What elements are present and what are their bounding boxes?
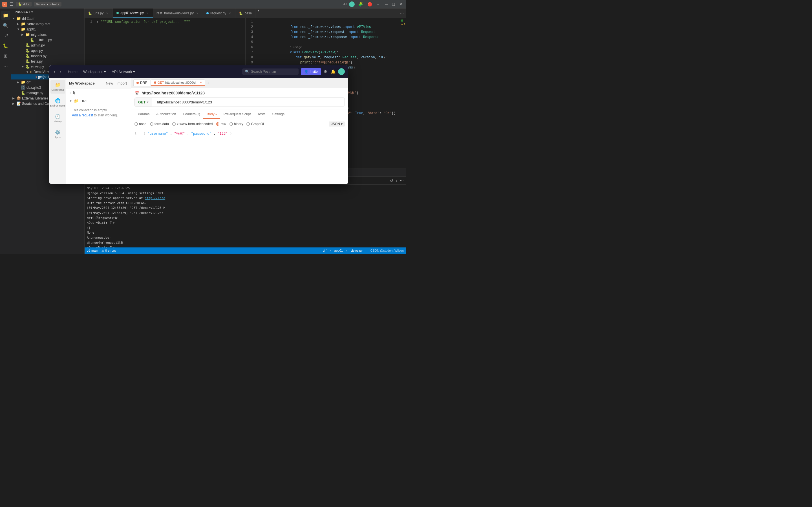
pm-params-tab[interactable]: Params xyxy=(134,110,153,119)
sidebar-dots-icon[interactable]: ⋯ xyxy=(1,61,10,70)
plugins-icon[interactable]: 🧩 xyxy=(357,1,364,7)
notification-icon[interactable]: 🔴 xyxy=(366,1,373,7)
pm-body-none[interactable]: none xyxy=(134,122,147,126)
tab-settings-icon[interactable]: ⋯ xyxy=(400,11,404,15)
pm-collections-nav-item[interactable]: 📁 Collections xyxy=(50,80,65,94)
postman-window: ‹ › Home Workspaces ▾ API Network ▾ 🔍 Se… xyxy=(49,65,348,184)
pm-body-binary-radio[interactable] xyxy=(229,122,233,126)
tab-base[interactable]: 🐍 base xyxy=(235,8,256,18)
rerun-icon[interactable]: ↺ xyxy=(390,178,393,183)
pm-nav-right-icons: 👤 Invite ⚙ 🔔 xyxy=(301,68,345,75)
tree-item-migrations[interactable]: ▶ 📁 migrations xyxy=(11,32,84,37)
sidebar-debug-icon[interactable]: 🐛 xyxy=(1,41,10,50)
pm-body-graphql[interactable]: GraphQL xyxy=(247,122,265,126)
pm-api-network-link[interactable]: API Network ▾ xyxy=(109,68,137,75)
file-tree-header: Project ▾ xyxy=(11,8,84,15)
pm-settings-tab[interactable]: Settings xyxy=(269,110,288,119)
pm-body-binary[interactable]: binary xyxy=(229,122,243,126)
status-watermark: CSDN @student-Wilson xyxy=(371,249,404,252)
tab-views-py[interactable]: app01\views.py ✕ xyxy=(113,8,153,18)
pm-method-dropdown[interactable]: GET ▾ xyxy=(135,98,152,107)
more-run-options-icon[interactable]: ⋯ xyxy=(400,178,404,183)
project-selector[interactable]: 🐍 drf ▾ xyxy=(16,2,32,6)
tab-group-left: 🐍 urls.py ✕ xyxy=(85,8,113,18)
pm-body-code-area[interactable]: 1 { "username" : "张三" , "password" : "12… xyxy=(131,129,348,184)
pm-drf-collection[interactable]: ▼ 📁 DRF xyxy=(66,97,131,105)
pm-headers-tab[interactable]: Headers (8) xyxy=(179,110,203,119)
tree-item-apps[interactable]: ▶ 🐍 apps.py xyxy=(11,48,84,53)
pm-drf-tab[interactable]: DRF xyxy=(133,79,150,86)
pm-environments-nav-item[interactable]: 🌐 Environments xyxy=(50,96,65,109)
close-icon[interactable]: ✕ xyxy=(398,1,404,7)
pm-search-bar[interactable]: 🔍 Search Postman xyxy=(242,68,299,75)
sidebar-extensions-icon[interactable]: ⊞ xyxy=(1,51,10,60)
pm-workspaces-link[interactable]: Workspaces ▾ xyxy=(81,68,108,75)
pm-back-btn[interactable]: ‹ xyxy=(53,69,56,74)
pm-new-collection-btn[interactable]: New xyxy=(105,80,114,86)
pm-url-calendar-icon: 📅 xyxy=(134,91,139,95)
pm-body-tab[interactable]: Body ● xyxy=(203,110,220,119)
pm-add-collection-btn[interactable]: + xyxy=(69,91,71,95)
svg-text:P: P xyxy=(4,3,5,6)
pm-settings-icon[interactable]: ⚙ xyxy=(323,68,328,75)
tree-item-drf[interactable]: ▼ 📁 drf E:\drf xyxy=(11,16,84,21)
pm-add-request-link[interactable]: Add a request xyxy=(72,113,93,117)
pm-environments-label: Environments xyxy=(50,104,65,107)
user-avatar[interactable] xyxy=(349,1,355,7)
pm-tests-tab[interactable]: Tests xyxy=(254,110,269,119)
pm-url-bar: 📅 http://localhost:8000/demo/v1/123 GET … xyxy=(131,88,348,110)
tab-rf-views[interactable]: rest_framework\views.py ✕ xyxy=(153,8,203,18)
pm-response-tabs: Params Authorization Headers (8) Body ● … xyxy=(131,110,348,119)
status-bar: ⎇ main ⚠ 0 errors drf › app01 › views.py… xyxy=(85,247,406,253)
maximize-icon[interactable]: □ xyxy=(391,1,396,7)
tree-item-init[interactable]: ▶ 🐍 __init__.py xyxy=(11,37,84,43)
pm-body-urlencoded-radio[interactable] xyxy=(172,122,176,126)
pm-more-collection-btn[interactable]: ⋯ xyxy=(124,91,128,95)
pm-import-btn[interactable]: Import xyxy=(115,80,128,86)
sidebar-git-icon[interactable]: ⎇ xyxy=(1,31,10,40)
tree-item-tests[interactable]: ▶ 🐍 tests.py xyxy=(11,59,84,64)
pm-user-avatar[interactable] xyxy=(338,68,345,75)
pm-bell-icon[interactable]: 🔔 xyxy=(330,68,336,75)
pm-body-formdata-radio[interactable] xyxy=(150,122,153,126)
pm-add-tab-btn[interactable]: + xyxy=(206,80,211,86)
scroll-to-end-icon[interactable]: ↓ xyxy=(395,178,397,183)
pm-body-raw-radio[interactable] xyxy=(216,122,219,126)
pm-body-none-radio[interactable] xyxy=(134,122,138,126)
pm-body-urlencoded[interactable]: x-www-form-urlencoded xyxy=(172,122,213,126)
pm-workspace-label: My Workspace xyxy=(69,81,102,86)
minimize-icon[interactable]: ─ xyxy=(384,1,389,7)
pm-home-link[interactable]: Home xyxy=(65,68,80,75)
status-branch: ⎇ main xyxy=(87,249,98,252)
tree-item-app01[interactable]: ▼ 📁 app01 xyxy=(11,26,84,32)
status-separator2: › xyxy=(346,249,347,252)
pm-apps-nav-item[interactable]: ⚙️ Apps xyxy=(50,127,65,141)
tab-request-py[interactable]: request.py ✕ xyxy=(203,8,235,18)
tree-item-models[interactable]: ▶ 🐍 models.py xyxy=(11,53,84,59)
tab-more-icon[interactable]: ▾ xyxy=(256,8,262,18)
pm-forward-btn[interactable]: › xyxy=(59,69,62,74)
pm-auth-tab[interactable]: Authorization xyxy=(153,110,179,119)
pm-body-graphql-radio[interactable] xyxy=(247,122,250,126)
sidebar-search-icon[interactable]: 🔍 xyxy=(1,21,10,30)
pm-sort-btn[interactable]: ⇅ xyxy=(72,91,75,95)
pm-drf-icon: 📁 xyxy=(74,99,79,103)
pm-invite-btn[interactable]: 👤 Invite xyxy=(301,68,321,75)
hamburger-menu[interactable]: ☰ xyxy=(10,1,13,7)
pm-search-placeholder: Search Postman xyxy=(251,70,276,73)
pm-empty-text: This collection is empty xyxy=(72,108,125,112)
more-options-icon[interactable]: ⋯ xyxy=(376,1,382,7)
pm-code-line-1: 1 { "username" : "张三" , "password" : "12… xyxy=(134,131,345,136)
tree-item-admin[interactable]: ▶ 🐍 admin.py xyxy=(11,43,84,48)
pm-get-tab[interactable]: GET http://localhost:8000/d... ● xyxy=(151,79,205,86)
branch-selector[interactable]: Version control ▾ xyxy=(34,2,61,6)
pm-body-raw[interactable]: raw xyxy=(216,122,226,126)
tree-item-venv[interactable]: ▶ 📁 .venv library root xyxy=(11,21,84,26)
pm-url-input[interactable] xyxy=(154,98,344,107)
pm-history-nav-item[interactable]: 🕐 History xyxy=(50,112,65,125)
sidebar-files-icon[interactable]: 📁 xyxy=(1,11,10,20)
pm-body-formdata[interactable]: form-data xyxy=(150,122,169,126)
pm-prerequest-tab[interactable]: Pre-request Script xyxy=(220,110,254,119)
tab-urls-py[interactable]: 🐍 urls.py ✕ xyxy=(85,8,113,18)
pm-format-dropdown[interactable]: JSON ▾ xyxy=(329,121,345,126)
